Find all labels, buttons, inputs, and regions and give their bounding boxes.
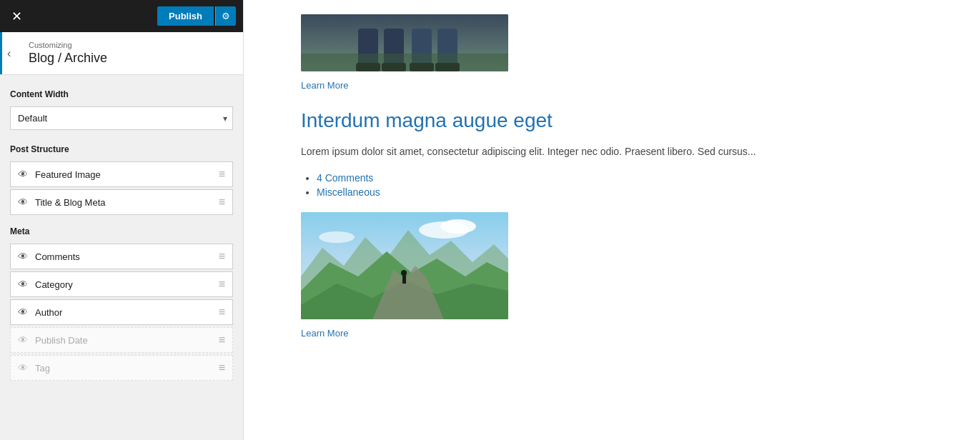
eye-icon-tag[interactable]: 👁	[18, 362, 28, 374]
category-label: Category	[35, 279, 219, 290]
post-title: Interdum magna augue eget	[301, 108, 937, 134]
learn-more-link-1[interactable]: Learn More	[301, 80, 348, 91]
publish-group: Publish ⚙	[157, 6, 236, 26]
post-structure-label: Post Structure	[10, 144, 233, 154]
mountain-image	[301, 212, 508, 319]
eye-icon-category[interactable]: 👁	[18, 279, 28, 290]
drag-item-comments: 👁 Comments ≡	[10, 244, 233, 269]
tag-label: Tag	[35, 363, 219, 374]
title-blog-meta-label: Title & Blog Meta	[35, 197, 219, 208]
left-panel: ✕ Publish ⚙ ‹ Customizing Blog / Archive…	[0, 0, 243, 440]
drag-item-category: 👁 Category ≡	[10, 271, 233, 297]
publish-date-label: Publish Date	[35, 335, 219, 346]
featured-image-label: Featured Image	[35, 169, 219, 180]
post-structure-section: Post Structure 👁 Featured Image ≡ 👁 Titl…	[10, 144, 233, 215]
page-title: Blog / Archive	[29, 51, 233, 66]
drag-item-tag: 👁 Tag ≡	[10, 355, 233, 381]
svg-rect-13	[402, 275, 406, 284]
drag-handle-publish-date[interactable]: ≡	[219, 334, 225, 346]
drag-handle-comments[interactable]: ≡	[219, 250, 225, 263]
top-post-image	[301, 14, 508, 71]
drag-handle-featured-image[interactable]: ≡	[219, 168, 225, 181]
drag-handle-author[interactable]: ≡	[219, 306, 225, 319]
list-item-miscellaneous: Miscellaneous	[317, 186, 937, 198]
drag-item-title-blog-meta: 👁 Title & Blog Meta ≡	[10, 189, 233, 215]
meta-section: Meta 👁 Comments ≡ 👁 Category ≡ 👁 Author …	[10, 226, 233, 381]
eye-icon-featured-image[interactable]: 👁	[18, 169, 28, 180]
author-label: Author	[35, 307, 219, 318]
post-meta-list: 4 Comments Miscellaneous	[301, 172, 937, 198]
publish-gear-button[interactable]: ⚙	[215, 6, 236, 26]
eye-icon-author[interactable]: 👁	[18, 306, 28, 318]
learn-more-link-2[interactable]: Learn More	[301, 328, 348, 339]
svg-point-12	[319, 231, 355, 243]
svg-point-11	[440, 219, 476, 234]
drag-item-featured-image: 👁 Featured Image ≡	[10, 161, 233, 187]
publish-button[interactable]: Publish	[157, 6, 214, 26]
miscellaneous-link[interactable]: Miscellaneous	[317, 186, 380, 198]
content-width-label: Content Width	[10, 89, 233, 99]
drag-item-author: 👁 Author ≡	[10, 299, 233, 325]
content-width-select[interactable]: Default Full Width Narrow	[10, 106, 233, 130]
drag-handle-title-blog-meta[interactable]: ≡	[219, 196, 225, 209]
breadcrumb-bar: ‹ Customizing Blog / Archive	[0, 32, 243, 75]
back-button[interactable]: ‹	[7, 47, 11, 60]
meta-section-label: Meta	[10, 226, 233, 236]
list-item-comments: 4 Comments	[317, 172, 937, 184]
eye-icon-title-blog-meta[interactable]: 👁	[18, 196, 28, 208]
comments-link[interactable]: 4 Comments	[317, 172, 373, 184]
comments-label: Comments	[35, 251, 219, 262]
svg-point-14	[401, 270, 407, 276]
post-excerpt: Lorem ipsum dolor sit amet, consectetur …	[301, 144, 937, 161]
drag-handle-tag[interactable]: ≡	[219, 361, 225, 374]
drag-item-publish-date: 👁 Publish Date ≡	[10, 327, 233, 353]
panel-content: Content Width Default Full Width Narrow …	[0, 75, 243, 440]
right-panel: Learn More Interdum magna augue eget Lor…	[243, 0, 980, 440]
eye-icon-comments[interactable]: 👁	[18, 251, 28, 262]
customizing-label: Customizing	[29, 41, 233, 49]
drag-handle-category[interactable]: ≡	[219, 278, 225, 291]
top-bar: ✕ Publish ⚙	[0, 0, 243, 32]
eye-icon-publish-date[interactable]: 👁	[18, 334, 28, 346]
content-width-select-wrapper: Default Full Width Narrow ▾	[10, 106, 233, 130]
close-button[interactable]: ✕	[7, 7, 26, 26]
